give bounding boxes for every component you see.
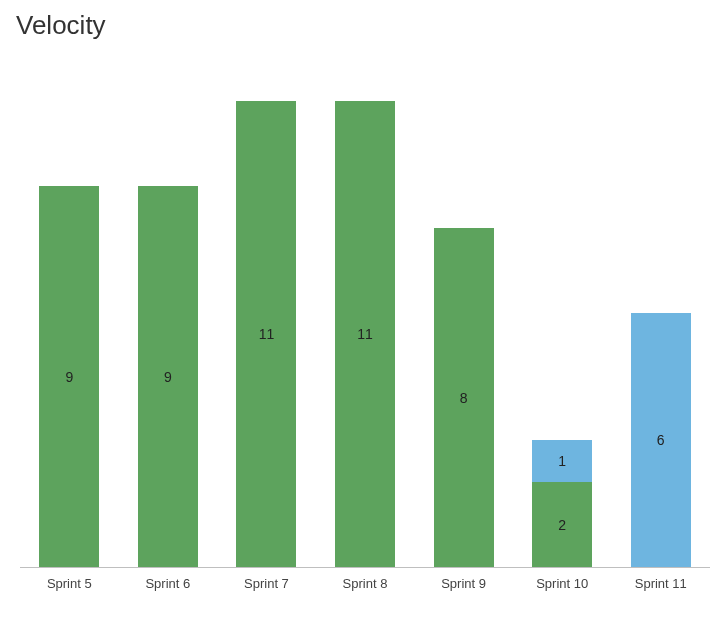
bar-slot: 21 [513,60,612,567]
x-axis-label: Sprint 10 [513,568,612,622]
bar-segment: 1 [532,440,592,482]
bar-segment: 6 [631,313,691,567]
bar-slot: 9 [119,60,218,567]
bar[interactable]: 8 [434,228,494,567]
bars-row: 9911118216 [20,60,710,567]
bar[interactable]: 6 [631,313,691,567]
velocity-chart: Velocity 9911118216 Sprint 5Sprint 6Spri… [0,0,720,622]
x-axis-label: Sprint 5 [20,568,119,622]
bar[interactable]: 11 [236,101,296,567]
bar[interactable]: 21 [532,440,592,567]
x-axis-label: Sprint 6 [119,568,218,622]
bar-slot: 6 [611,60,710,567]
bar[interactable]: 9 [138,186,198,567]
bar-slot: 11 [316,60,415,567]
x-axis-label: Sprint 11 [611,568,710,622]
x-axis-label: Sprint 8 [316,568,415,622]
plot-area: 9911118216 [20,60,710,568]
x-axis-labels: Sprint 5Sprint 6Sprint 7Sprint 8Sprint 9… [20,568,710,622]
bar-segment: 9 [138,186,198,567]
bar-segment: 9 [39,186,99,567]
x-axis-label: Sprint 9 [414,568,513,622]
bar[interactable]: 9 [39,186,99,567]
bar-segment: 2 [532,482,592,567]
chart-title: Velocity [16,10,106,41]
bar-slot: 11 [217,60,316,567]
bar-segment: 8 [434,228,494,567]
bar-slot: 8 [414,60,513,567]
bar-slot: 9 [20,60,119,567]
bar-segment: 11 [335,101,395,567]
x-axis-label: Sprint 7 [217,568,316,622]
bar[interactable]: 11 [335,101,395,567]
bar-segment: 11 [236,101,296,567]
